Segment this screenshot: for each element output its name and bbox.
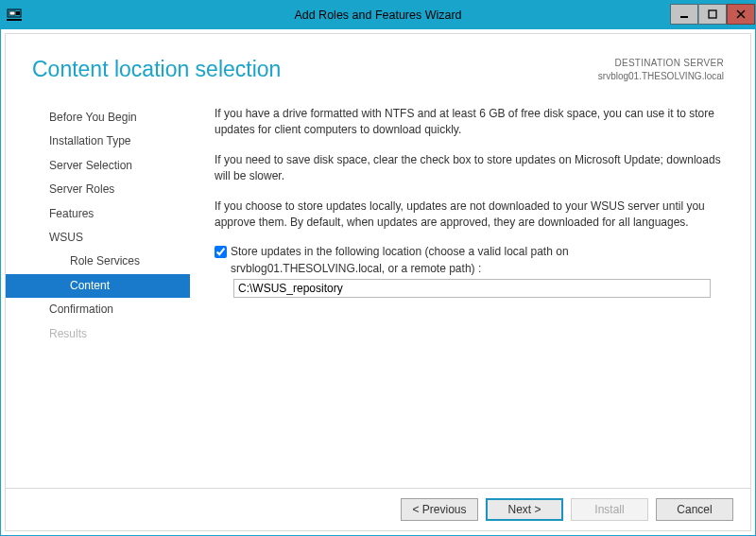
nav-item-features[interactable]: Features <box>6 202 190 226</box>
svg-rect-5 <box>709 10 716 18</box>
header: Content location selection DESTINATION S… <box>6 34 750 100</box>
minimize-icon <box>679 9 689 19</box>
svg-rect-3 <box>7 19 22 21</box>
info-paragraph-1: If you have a drive formatted with NTFS … <box>215 106 726 139</box>
maximize-icon <box>708 9 717 19</box>
inner-frame: Content location selection DESTINATION S… <box>5 33 751 531</box>
main-panel: If you have a drive formatted with NTFS … <box>190 100 726 488</box>
content-area: Before You BeginInstallation TypeServer … <box>6 100 750 488</box>
destination-server: srvblog01.THESOLVING.local <box>598 70 724 83</box>
destination-label: DESTINATION SERVER <box>598 57 724 70</box>
svg-rect-2 <box>16 11 20 15</box>
close-button[interactable] <box>727 4 755 25</box>
content-path-input[interactable] <box>233 279 711 298</box>
footer-bar: < Previous Next > Install Cancel <box>6 488 750 530</box>
store-updates-checkbox[interactable] <box>215 246 227 258</box>
info-paragraph-3: If you choose to store updates locally, … <box>215 199 726 232</box>
wizard-window: Add Roles and Features Wizard Content lo… <box>0 0 756 536</box>
server-icon <box>7 9 22 22</box>
window-title: Add Roles and Features Wizard <box>1 9 755 22</box>
info-paragraph-2: If you need to save disk space, clear th… <box>215 152 726 185</box>
titlebar: Add Roles and Features Wizard <box>1 1 755 29</box>
nav-item-server-selection[interactable]: Server Selection <box>6 154 190 178</box>
maximize-button[interactable] <box>698 4 727 25</box>
install-button: Install <box>571 498 648 521</box>
body-area: Content location selection DESTINATION S… <box>1 29 755 535</box>
next-button[interactable]: Next > <box>486 498 563 521</box>
nav-item-installation-type[interactable]: Installation Type <box>6 130 190 153</box>
destination-block: DESTINATION SERVER srvblog01.THESOLVING.… <box>598 57 724 83</box>
nav-item-wsus[interactable]: WSUS <box>6 226 190 250</box>
wizard-nav: Before You BeginInstallation TypeServer … <box>6 100 190 488</box>
nav-item-role-services[interactable]: Role Services <box>6 250 190 273</box>
nav-item-server-roles[interactable]: Server Roles <box>6 178 190 201</box>
close-icon <box>736 9 746 19</box>
minimize-button[interactable] <box>670 4 698 25</box>
nav-item-content[interactable]: Content <box>6 274 190 298</box>
nav-item-confirmation[interactable]: Confirmation <box>6 298 190 321</box>
store-updates-label-line2: srvblog01.THESOLVING.local, or a remote … <box>231 262 481 275</box>
nav-item-results: Results <box>6 322 190 346</box>
store-updates-row: Store updates in the following location … <box>215 244 726 277</box>
previous-button[interactable]: < Previous <box>401 498 478 521</box>
svg-rect-1 <box>9 11 15 15</box>
svg-rect-4 <box>680 16 688 18</box>
store-updates-label-line1: Store updates in the following location … <box>231 245 569 258</box>
store-updates-label[interactable]: Store updates in the following location … <box>231 244 569 277</box>
page-title: Content location selection <box>32 57 598 82</box>
cancel-button[interactable]: Cancel <box>656 498 733 521</box>
nav-item-before-you-begin[interactable]: Before You Begin <box>6 106 190 130</box>
window-controls <box>670 5 755 26</box>
window-icon <box>1 1 27 29</box>
